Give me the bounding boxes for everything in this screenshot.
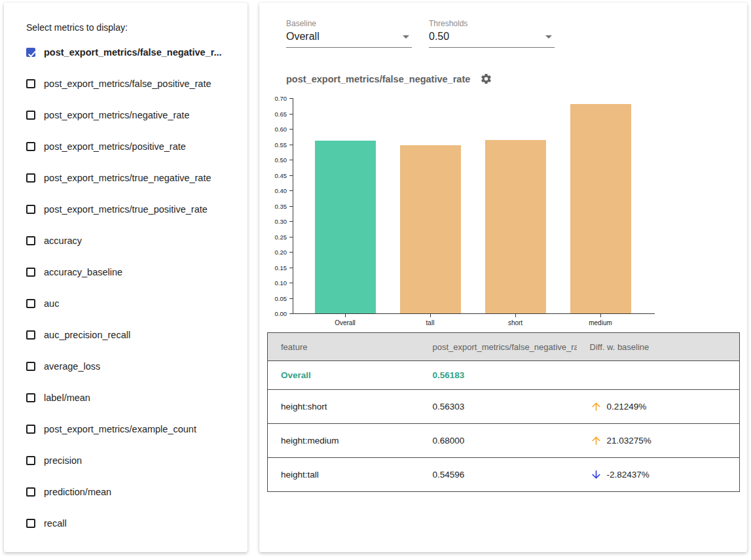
metric-label: post_export_metrics/false_positive_rate bbox=[44, 79, 211, 89]
checkbox-unchecked-icon[interactable] bbox=[26, 393, 35, 402]
chevron-down-icon bbox=[403, 35, 409, 39]
y-axis-tick-label: 0.50 bbox=[259, 156, 287, 164]
metric-checkbox-item[interactable]: precision bbox=[4, 445, 247, 476]
checkbox-unchecked-icon[interactable] bbox=[26, 173, 35, 183]
metric-checkbox-item[interactable]: post_export_metrics/true_positive_rate bbox=[4, 194, 247, 225]
y-axis-tick-label: 0.70 bbox=[259, 95, 287, 102]
checkbox-unchecked-icon[interactable] bbox=[26, 142, 35, 151]
metric-label: average_loss bbox=[44, 361, 100, 372]
metric-checkbox-item[interactable]: post_export_metrics/negative_rate bbox=[4, 99, 247, 131]
table-row: height:tall0.54596-2.82437% bbox=[268, 458, 740, 492]
metric-picker-title: Select metrics to display: bbox=[26, 22, 247, 33]
checkbox-unchecked-icon[interactable] bbox=[26, 519, 35, 528]
thresholds-select[interactable]: Thresholds 0.50 bbox=[429, 19, 555, 48]
checkbox-unchecked-icon[interactable] bbox=[26, 79, 35, 88]
metric-checkbox-item[interactable]: accuracy bbox=[4, 225, 247, 256]
table-row: height:short0.563030.21249% bbox=[268, 390, 740, 424]
diff-percent: 0.21249% bbox=[607, 402, 647, 411]
y-axis-tick bbox=[289, 145, 293, 145]
bar-chart: 0.000.050.100.150.200.250.300.350.400.45… bbox=[259, 93, 747, 330]
checkbox-unchecked-icon[interactable] bbox=[26, 268, 35, 277]
baseline-select-label: Baseline bbox=[286, 19, 412, 28]
diff-cell: 21.03275% bbox=[577, 424, 740, 458]
header-metric: post_export_metrics/false_negative_rat..… bbox=[420, 333, 577, 361]
metric-checkbox-item[interactable]: auc bbox=[4, 288, 247, 319]
y-axis-tick-label: 0.30 bbox=[259, 218, 287, 225]
header-feature: feature bbox=[268, 333, 420, 361]
chart-bar[interactable] bbox=[400, 145, 461, 313]
checkbox-unchecked-icon[interactable] bbox=[26, 425, 35, 434]
metric-checkbox-item[interactable]: accuracy_baseline bbox=[4, 256, 247, 288]
x-axis-tick-label: short bbox=[486, 319, 545, 326]
table-header-row: feature post_export_metrics/false_negati… bbox=[268, 333, 740, 361]
y-axis-tick-label: 0.20 bbox=[259, 249, 287, 256]
x-axis-tick-label: tall bbox=[401, 319, 460, 326]
diff-cell bbox=[577, 361, 740, 390]
checkbox-unchecked-icon[interactable] bbox=[26, 456, 35, 465]
chart-bar[interactable] bbox=[485, 140, 546, 313]
metric-label: recall bbox=[44, 518, 67, 529]
chevron-down-icon bbox=[545, 35, 552, 39]
baseline-select[interactable]: Baseline Overall bbox=[286, 19, 412, 48]
y-axis-tick-label: 0.60 bbox=[259, 126, 287, 133]
y-axis-tick bbox=[289, 129, 293, 130]
checkbox-checked-icon[interactable] bbox=[26, 48, 35, 57]
metric-checkbox-item[interactable]: post_export_metrics/positive_rate bbox=[4, 131, 247, 162]
y-axis-tick-label: 0.35 bbox=[259, 202, 287, 209]
baseline-select-value: Overall bbox=[286, 31, 320, 43]
metric-label: post_export_metrics/negative_rate bbox=[44, 110, 189, 120]
diff-cell: -2.82437% bbox=[577, 458, 740, 492]
table-row: height:medium0.6800021.03275% bbox=[268, 424, 740, 458]
metric-checkbox-item[interactable]: post_export_metrics/false_positive_rate bbox=[4, 68, 247, 99]
x-axis-tick bbox=[430, 314, 431, 317]
checkbox-unchecked-icon[interactable] bbox=[26, 330, 35, 340]
chart-bar[interactable] bbox=[315, 141, 376, 313]
checkbox-unchecked-icon[interactable] bbox=[26, 205, 35, 214]
y-axis-tick bbox=[289, 298, 293, 299]
diff-percent: 21.03275% bbox=[607, 436, 651, 446]
y-axis-tick-label: 0.15 bbox=[259, 264, 287, 271]
value-cell: 0.56183 bbox=[420, 361, 577, 390]
metric-checkbox-item[interactable]: post_export_metrics/false_negative_r... bbox=[4, 37, 247, 68]
checkbox-unchecked-icon[interactable] bbox=[26, 362, 35, 371]
x-axis-tick-label: medium bbox=[571, 319, 630, 326]
controls-row: Baseline Overall Thresholds 0.50 bbox=[286, 19, 747, 48]
metrics-panel: Baseline Overall Thresholds 0.50 post_ex… bbox=[259, 3, 747, 552]
metric-checkbox-item[interactable]: prediction/mean bbox=[4, 476, 247, 508]
y-axis-tick bbox=[289, 221, 293, 222]
metric-checkbox-item[interactable]: label/mean bbox=[4, 382, 247, 413]
metric-label: post_export_metrics/true_negative_rate bbox=[44, 173, 211, 183]
value-cell: 0.56303 bbox=[420, 390, 577, 424]
metric-label: accuracy_baseline bbox=[44, 267, 122, 277]
gear-icon[interactable] bbox=[480, 73, 492, 85]
feature-cell: Overall bbox=[268, 361, 420, 390]
metric-checkbox-item[interactable]: auc_precision_recall bbox=[4, 319, 247, 351]
table-row: Overall0.56183 bbox=[268, 361, 740, 390]
y-axis-tick bbox=[289, 252, 293, 253]
y-axis-tick-label: 0.25 bbox=[259, 233, 287, 240]
metric-checkbox-item[interactable]: post_export_metrics/example_count bbox=[4, 413, 247, 445]
checkbox-unchecked-icon[interactable] bbox=[26, 111, 35, 120]
metric-checkbox-item[interactable]: post_export_metrics/true_negative_rate bbox=[4, 162, 247, 194]
metric-checkbox-item[interactable]: recall bbox=[4, 508, 247, 539]
header-diff: Diff. w. baseline bbox=[577, 333, 740, 361]
checkbox-unchecked-icon[interactable] bbox=[26, 236, 35, 245]
feature-cell: height:medium bbox=[268, 424, 420, 458]
checkbox-unchecked-icon[interactable] bbox=[26, 299, 35, 308]
arrow-down-icon bbox=[590, 468, 602, 481]
metric-checkbox-item[interactable]: average_loss bbox=[4, 351, 247, 382]
chart-title: post_export_metrics/false_negative_rate bbox=[286, 74, 470, 84]
metric-label: accuracy bbox=[44, 236, 82, 246]
y-axis-line bbox=[293, 98, 293, 313]
y-axis-tick bbox=[289, 206, 293, 207]
chart-bar[interactable] bbox=[570, 104, 631, 313]
y-axis-tick bbox=[289, 98, 293, 99]
feature-cell: height:short bbox=[268, 390, 420, 424]
metric-label: post_export_metrics/true_positive_rate bbox=[44, 204, 208, 215]
checkbox-unchecked-icon[interactable] bbox=[26, 487, 35, 497]
arrow-up-icon bbox=[590, 400, 602, 413]
chart-header: post_export_metrics/false_negative_rate bbox=[286, 73, 747, 85]
metric-label: precision bbox=[44, 455, 82, 466]
y-axis-tick bbox=[289, 283, 293, 283]
y-axis-tick bbox=[289, 268, 293, 268]
